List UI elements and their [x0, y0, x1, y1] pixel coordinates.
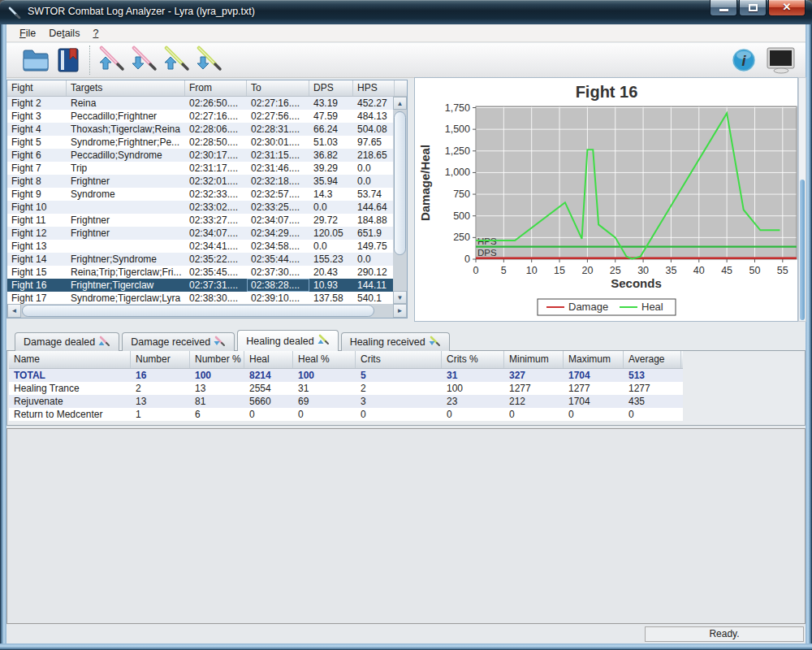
scroll-down-icon[interactable]: ▼ [393, 291, 407, 304]
menu-details[interactable]: Details [42, 26, 86, 41]
column-header[interactable]: From [185, 80, 247, 96]
table-row[interactable]: Fight 6Peccadillo;Syndrome02:30:17....02… [7, 149, 407, 162]
minimize-icon [719, 9, 728, 11]
table-row[interactable]: Fight 12Frightner02:34:07....02:34:29...… [7, 227, 407, 240]
column-header[interactable]: Minimum [504, 351, 564, 368]
table-cell: 47.59 [309, 110, 353, 123]
svg-text:Damage/Heal: Damage/Heal [418, 145, 432, 221]
table-row[interactable]: Fight 7Trip02:31:17....02:31:46....39.29… [7, 162, 407, 175]
table-cell: 02:27:56.... [247, 110, 309, 123]
tab-damage-dealed[interactable]: Damage dealed [15, 332, 119, 351]
details-empty-panel [6, 428, 806, 624]
table-cell: 29.72 [309, 214, 353, 227]
tab-label: Damage received [131, 336, 210, 348]
table-cell: 0 [504, 408, 564, 421]
healing-dealt-button[interactable] [160, 45, 192, 76]
fight-horizontal-scrollbar[interactable]: ◄ ► [7, 304, 407, 318]
column-header[interactable]: Name [9, 351, 131, 368]
table-row[interactable]: Fight 16Frightner;Tigerclaw02:37:31....0… [7, 279, 407, 292]
table-row[interactable]: Fight 5Syndrome;Frightner;Pe...02:28:50.… [7, 136, 407, 149]
table-row[interactable]: Fight 4Thoxash;Tigerclaw;Reina02:28:06..… [7, 123, 407, 136]
table-row[interactable]: Fight 3Peccadillo;Frightner02:27:16....0… [7, 110, 407, 123]
display-button[interactable] [765, 45, 797, 76]
table-cell: 02:30:17.... [185, 149, 247, 162]
damage-received-button[interactable] [127, 45, 160, 76]
column-header[interactable]: To [247, 80, 309, 96]
table-cell: 02:33:27.... [185, 214, 247, 227]
column-header[interactable]: Number % [190, 351, 244, 368]
table-cell: Peccadillo;Frightner [67, 110, 185, 123]
table-row[interactable]: Fight 14Frightner;Syndrome02:35:22....02… [7, 253, 407, 266]
info-icon: i [731, 47, 757, 73]
scrollbar-thumb[interactable] [394, 111, 406, 255]
table-cell: Return to Medcenter [9, 408, 131, 421]
table-cell: 0.0 [353, 175, 395, 188]
table-row[interactable]: Fight 8Frightner02:32:01....02:32:18....… [7, 175, 407, 188]
table-row[interactable]: Return to Medcenter160000000 [9, 408, 683, 421]
chart-vertical-scrollbar[interactable] [798, 77, 806, 322]
table-cell: 02:37:30.... [247, 266, 309, 279]
table-cell: 6 [190, 408, 244, 421]
table-cell: 1277 [624, 382, 681, 395]
tab-damage-received[interactable]: Damage received [122, 332, 235, 351]
table-cell: 02:37:31.... [185, 279, 247, 292]
minimize-button[interactable] [710, 0, 737, 16]
healing-received-button[interactable] [192, 45, 225, 76]
green-saber-arrow-icon [317, 334, 330, 348]
svg-text:55: 55 [777, 265, 788, 276]
column-header[interactable]: Heal [244, 351, 293, 368]
tab-healing-received[interactable]: Healing received [341, 332, 450, 351]
table-cell: 0.0 [309, 201, 353, 214]
table-row[interactable]: Rejuvenate13815660693232121704435 [9, 395, 683, 408]
scroll-right-icon[interactable]: ► [393, 304, 407, 318]
menu-label: ile [26, 28, 37, 39]
table-cell: 184.88 [353, 214, 395, 227]
table-cell: 0 [356, 408, 442, 421]
table-cell: 100 [293, 369, 356, 382]
table-row[interactable]: Fight 15Reina;Trip;Tigerclaw;Fri...02:35… [7, 266, 407, 279]
maximize-button[interactable] [739, 0, 767, 16]
scrollbar-thumb[interactable] [22, 305, 374, 317]
tab-healing-dealed[interactable]: Healing dealed [237, 330, 338, 351]
tab-label: Healing dealed [246, 336, 313, 347]
table-row[interactable]: Fight 1302:34:41....02:34:58....0.0149.7… [7, 240, 407, 253]
column-header[interactable]: Targets [67, 80, 185, 96]
report-button[interactable] [52, 45, 84, 76]
table-row[interactable]: Fight 1002:33:02....02:33:25....0.0144.6… [7, 201, 407, 214]
table-cell: 218.65 [353, 149, 395, 162]
close-button[interactable]: ✕ [768, 0, 806, 16]
app-saber-icon [8, 6, 21, 19]
column-header[interactable]: DPS [309, 80, 353, 96]
scroll-left-icon[interactable]: ◄ [7, 304, 21, 318]
column-header[interactable]: Fight [7, 80, 67, 96]
table-cell: 2 [131, 382, 190, 395]
table-row[interactable]: Fight 11Frightner02:33:27....02:34:07...… [7, 214, 407, 227]
fight-chart: 02505007501,0001,2501,5001,7500510152025… [415, 78, 797, 321]
column-header[interactable]: HPS [353, 80, 395, 96]
column-header[interactable]: Average [624, 351, 681, 368]
table-row[interactable]: Fight 9Syndrome02:32:33....02:32:57....1… [7, 188, 407, 201]
open-log-button[interactable] [19, 45, 52, 76]
title-bar[interactable]: SWTOR Combat Log Analyzer - Lyra (lyra_p… [0, 0, 812, 24]
menu-file[interactable]: File [13, 26, 42, 41]
scrollbar-thumb[interactable] [800, 180, 805, 320]
column-header[interactable]: Number [131, 351, 190, 368]
svg-text:30: 30 [637, 265, 649, 276]
table-cell: Trip [67, 162, 185, 175]
table-row[interactable]: Healing Trance2132554312100127712771277 [9, 382, 683, 395]
table-row[interactable]: Fight 2Reina02:26:50....02:27:16....43.1… [7, 97, 407, 110]
fight-table-body: Fight 2Reina02:26:50....02:27:16....43.1… [7, 97, 407, 305]
info-button[interactable]: i [728, 45, 760, 76]
column-header[interactable]: Maximum [564, 351, 624, 368]
damage-dealt-button[interactable] [95, 45, 127, 76]
tab-label: Healing received [350, 336, 425, 348]
menu-help[interactable]: ? [86, 26, 105, 41]
column-header[interactable]: Crits % [442, 351, 504, 368]
column-header[interactable]: Heal % [293, 351, 356, 368]
table-cell: 0 [624, 408, 681, 421]
scroll-up-icon[interactable]: ▲ [393, 97, 407, 110]
column-header[interactable]: Crits [356, 351, 442, 368]
table-row[interactable]: TOTAL1610082141005313271704513 [9, 369, 683, 382]
table-row[interactable]: Fight 17Syndrome;Tigerclaw;Lyra02:38:30.… [7, 292, 407, 305]
fight-vertical-scrollbar[interactable]: ▲ ▼ [393, 97, 407, 304]
